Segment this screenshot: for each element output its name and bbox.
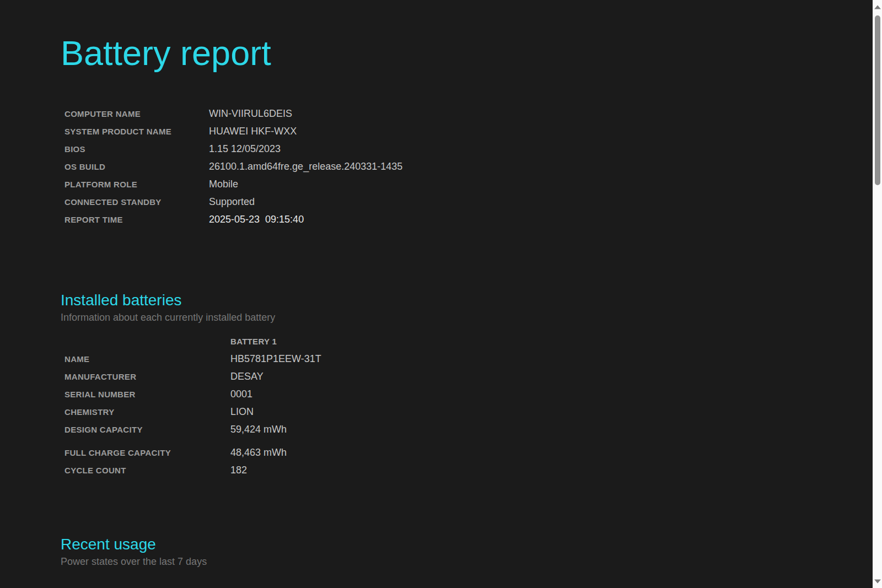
battery-info-label: CYCLE COUNT [64, 466, 230, 475]
system-info-label: COMPUTER NAME [64, 109, 209, 118]
system-info-value: 26100.1.amd64fre.ge_release.240331-1435 [209, 161, 402, 172]
system-info-table: COMPUTER NAME WIN-VIIRUL6DEIS SYSTEM PRO… [61, 105, 873, 228]
recent-usage-section: Recent usage Power states over the last … [61, 535, 873, 568]
recent-usage-subtitle: Power states over the last 7 days [61, 556, 873, 568]
system-info-row: PLATFORM ROLE Mobile [64, 175, 873, 193]
battery-info-value: DESAY [230, 371, 263, 382]
system-info-label: REPORT TIME [64, 215, 209, 224]
battery-info-row: NAME HB5781P1EEW-31T [64, 350, 873, 368]
battery-info-label: CHEMISTRY [64, 407, 230, 417]
battery-info-row: CHEMISTRY LION [64, 403, 873, 420]
battery-info-label: MANUFACTURER [64, 372, 230, 381]
battery-info-row: DESIGN CAPACITY 59,424 mWh [64, 420, 873, 438]
battery-info-row: SERIAL NUMBER 0001 [64, 385, 873, 403]
system-info-label: CONNECTED STANDBY [64, 197, 209, 207]
system-info-row: CONNECTED STANDBY Supported [64, 193, 873, 211]
battery-info-label: DESIGN CAPACITY [64, 425, 230, 434]
system-info-label: BIOS [64, 144, 209, 154]
battery-info-row: CYCLE COUNT 182 [64, 461, 873, 479]
battery-report-page: Battery report COMPUTER NAME WIN-VIIRUL6… [0, 0, 873, 588]
vertical-scrollbar[interactable] [873, 0, 882, 588]
system-info-row: BIOS 1.15 12/05/2023 [64, 140, 873, 158]
system-info-row: COMPUTER NAME WIN-VIIRUL6DEIS [64, 105, 873, 122]
system-info-value: WIN-VIIRUL6DEIS [209, 108, 292, 120]
battery-info-row: MANUFACTURER DESAY [64, 368, 873, 385]
report-time-value: 2025-05-23 09:15:40 [209, 214, 304, 225]
scroll-down-button[interactable] [873, 576, 882, 586]
system-info-value: 1.15 12/05/2023 [209, 143, 281, 155]
battery-info-value: 59,424 mWh [230, 424, 287, 435]
battery-info-value: 0001 [230, 389, 252, 400]
scroll-up-button[interactable] [873, 2, 882, 12]
battery-info-label: SERIAL NUMBER [64, 390, 230, 399]
battery-column-header: BATTERY 1 [64, 332, 873, 350]
system-info-row: REPORT TIME 2025-05-23 09:15:40 [64, 211, 873, 228]
battery-info-value: 48,463 mWh [230, 447, 287, 458]
battery-info-label: NAME [64, 354, 230, 364]
system-info-value: Mobile [209, 179, 238, 190]
section-heading-installed-batteries: Installed batteries [61, 291, 873, 310]
battery-info-value: 182 [230, 465, 247, 476]
system-info-label: PLATFORM ROLE [64, 180, 209, 189]
scroll-up-arrow-icon [874, 5, 881, 9]
section-heading-recent-usage: Recent usage [61, 535, 873, 554]
report-content: Battery report COMPUTER NAME WIN-VIIRUL6… [0, 0, 873, 568]
system-info-label: SYSTEM PRODUCT NAME [64, 127, 209, 136]
system-info-value: Supported [209, 196, 255, 208]
system-info-row: OS BUILD 26100.1.amd64fre.ge_release.240… [64, 158, 873, 175]
battery-info-value: HB5781P1EEW-31T [230, 353, 321, 365]
system-info-value: HUAWEI HKF-WXX [209, 126, 297, 137]
installed-batteries-subtitle: Information about each currently install… [61, 312, 873, 323]
system-info-row: SYSTEM PRODUCT NAME HUAWEI HKF-WXX [64, 122, 873, 140]
page-title: Battery report [61, 33, 873, 73]
installed-batteries-section: Installed batteries Information about ea… [61, 291, 873, 479]
scroll-down-arrow-icon [874, 579, 881, 583]
battery-info-label: FULL CHARGE CAPACITY [64, 448, 230, 457]
scrollbar-thumb[interactable] [875, 15, 880, 185]
system-info-label: OS BUILD [64, 162, 209, 171]
battery-info-row: FULL CHARGE CAPACITY 48,463 mWh [64, 444, 873, 461]
battery-info-value: LION [230, 406, 254, 418]
battery-info-table: BATTERY 1 NAME HB5781P1EEW-31T MANUFACTU… [61, 332, 873, 479]
